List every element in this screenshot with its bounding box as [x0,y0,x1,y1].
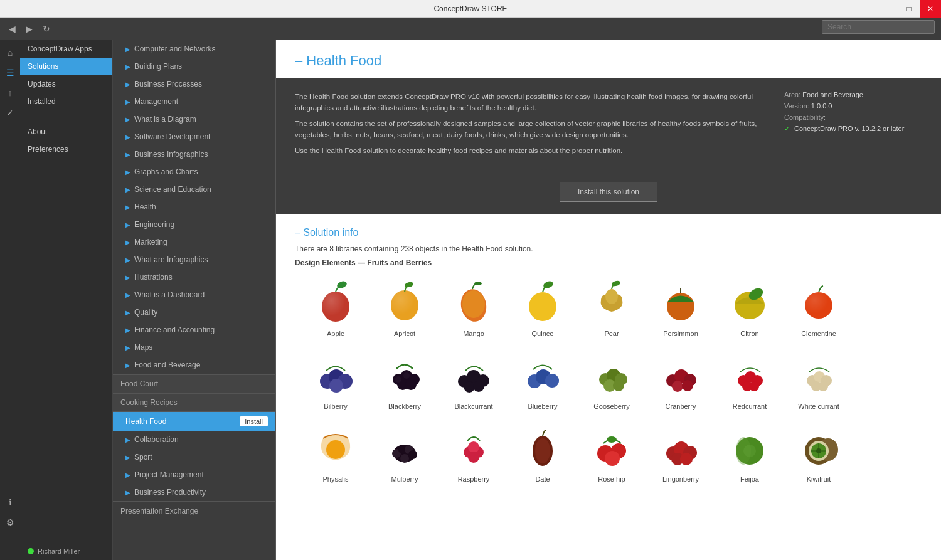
sub-item-computer[interactable]: ▶ Computer and Networks [113,40,275,58]
fruit-item-mulberry: Mulberry [370,416,439,489]
prefs-icon-btn[interactable]: ⚙ [3,515,18,530]
fruit-label: Blackcurrant [454,403,492,410]
svg-point-66 [468,441,479,453]
sub-item-graphs[interactable]: ▶ Graphs and Charts [113,163,275,181]
sub-item-dashboard[interactable]: ▶ What is a Dashboard [113,286,275,304]
forward-button[interactable]: ▶ [22,21,36,36]
sub-item-diagram[interactable]: ▶ What is a Diagram [113,110,275,128]
sub-item-collaboration[interactable]: ▶ Collaboration [113,431,275,448]
fruit-label: Rose hip [598,475,625,483]
arrow-icon: ▶ [125,186,130,193]
sub-item-building[interactable]: ▶ Building Plans [113,58,275,75]
arrow-icon: ▶ [125,169,130,176]
fruit-item-lingonberry: Lingonberry [646,416,715,489]
sub-item-science[interactable]: ▶ Science and Education [113,181,275,198]
fruit-label: Redcurrant [733,403,767,410]
about-icon-btn[interactable]: ℹ [3,495,18,510]
minimize-button[interactable]: – [877,0,898,18]
sub-item-business-proc[interactable]: ▶ Business Processes [113,75,275,93]
arrow-icon: ▶ [125,63,130,70]
close-button[interactable]: ✕ [920,0,941,18]
sub-item-engineering[interactable]: ▶ Engineering [113,216,275,233]
compat-value-row: ✓ ConceptDraw PRO v. 10.2.2 or later [784,125,922,133]
content-area: – Health Food The Health Food solution e… [276,40,941,560]
fruit-icon [725,423,775,473]
sub-item-maps[interactable]: ▶ Maps [113,339,275,356]
fruit-item-clementine: Clementine [784,271,853,344]
version-row: Version: 1.0.0.0 [784,102,922,110]
updates-icon-btn[interactable]: ↑ [3,85,18,100]
sub-item-what-infographics[interactable]: ▶ What are Infographics [113,251,275,268]
arrow-icon: ▶ [125,98,130,105]
fruit-icon [794,350,844,400]
svg-point-73 [607,436,617,443]
refresh-button[interactable]: ↻ [39,21,54,36]
main-layout: ⌂ ☰ ↑ ✓ ℹ ⚙ ConceptDraw Apps Solutions U… [0,40,941,560]
arrow-icon: ▶ [125,151,130,158]
fruit-item-cranberry: Cranberry [646,344,715,416]
info-banner: The Health Food solution extends Concept… [276,78,941,169]
sub-item-sport[interactable]: ▶ Sport [113,448,275,466]
menu-item-updates[interactable]: Updates [20,75,112,93]
sub-item-health-food[interactable]: Health Food Install [113,412,275,431]
maximize-button[interactable]: □ [898,0,920,18]
svg-point-1 [322,292,349,322]
sub-item-health[interactable]: ▶ Health [113,198,275,216]
fruit-item-date: Date [508,416,577,489]
fruit-icon [794,277,844,327]
search-input[interactable] [822,20,935,34]
sub-item-quality[interactable]: ▶ Quality [113,304,275,321]
back-button[interactable]: ◀ [5,21,19,36]
fruit-label: Apricot [394,330,415,337]
fruit-icon [587,350,637,400]
fruit-item-mango: Mango [439,271,508,344]
fruit-item-raspberry: Raspberry [439,416,508,489]
sub-item-cooking[interactable]: Cooking Recipes [113,393,275,411]
menu-item-about[interactable]: About [20,123,112,140]
user-section: Richard Miller [20,542,112,560]
installed-icon-btn[interactable]: ✓ [3,105,18,120]
svg-point-21 [329,379,343,393]
arrow-icon: ▶ [125,327,130,334]
install-button[interactable]: Install this solution [560,182,657,202]
sub-item-biz-productivity[interactable]: ▶ Business Productivity [113,483,275,501]
fruit-label: Citron [740,330,758,337]
sub-item-biz-infographics[interactable]: ▶ Business Infographics [113,145,275,163]
menu-item-solutions[interactable]: Solutions [20,58,112,75]
menu-item-installed[interactable]: Installed [20,93,112,110]
sub-item-food-beverage[interactable]: ▶ Food and Beverage [113,356,275,374]
fruit-label: Clementine [801,330,836,337]
compat-row: Compatibility: [784,114,922,121]
fruit-item-persimmon: Persimmon [646,271,715,344]
svg-point-78 [680,453,693,465]
sub-item-food-court[interactable]: Food Court [113,374,275,393]
arrow-icon: ▶ [125,472,130,478]
expanded-section: Food Court Cooking Recipes [113,374,275,412]
install-mini-button[interactable]: Install [240,416,268,426]
sub-item-marketing[interactable]: ▶ Marketing [113,233,275,251]
menu-item-apps[interactable]: ConceptDraw Apps [20,40,112,58]
solutions-icon-btn[interactable]: ☰ [3,65,18,80]
fruit-label: Blueberry [528,403,557,410]
sub-item-software[interactable]: ▶ Software Development [113,128,275,145]
arrow-icon: ▶ [125,81,130,88]
sub-item-illustrations[interactable]: ▶ Illustrations [113,268,275,286]
sub-item-management[interactable]: ▶ Management [113,93,275,110]
sub-item-finance[interactable]: ▶ Finance and Accounting [113,321,275,339]
fruit-label: Bilberry [324,403,347,410]
fruit-item-blackberry: Blackberry [370,344,439,416]
svg-point-56 [818,381,828,391]
arrow-icon: ▶ [125,256,130,263]
window-title: ConceptDraw STORE [433,4,507,13]
window-controls: – □ ✕ [877,0,941,18]
icon-sidebar: ⌂ ☰ ↑ ✓ ℹ ⚙ [0,40,20,560]
arrow-icon: ▶ [125,134,130,140]
svg-point-62 [408,450,417,459]
sub-item-presentation[interactable]: Presentation Exchange [113,502,275,520]
fruit-icon [518,277,568,327]
menu-item-prefs[interactable]: Preferences [20,140,112,158]
sub-item-project[interactable]: ▶ Project Management [113,466,275,483]
fruit-grid: Apple Apricot Mango Quince [295,271,922,489]
fruit-icon [380,350,430,400]
home-icon-btn[interactable]: ⌂ [3,45,18,60]
